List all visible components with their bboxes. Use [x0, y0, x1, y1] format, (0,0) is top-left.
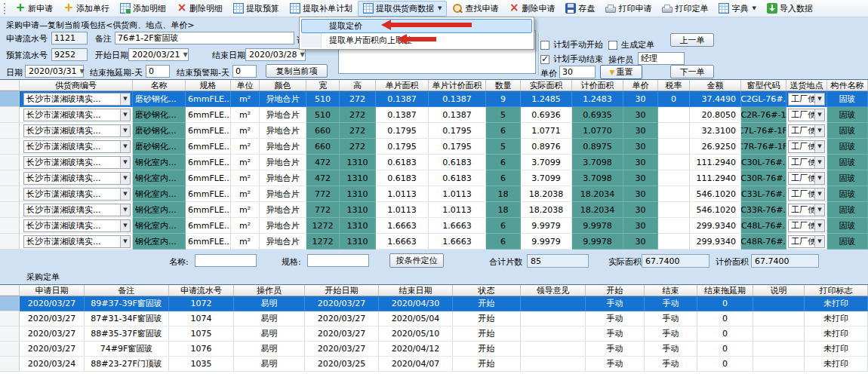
cell[interactable]: 1.6663 — [429, 218, 486, 234]
cell[interactable]: 手动 — [645, 357, 697, 372]
cell-dropdown[interactable]: 工厂使用▼ — [788, 109, 825, 121]
cell[interactable]: LC30R-76#... — [741, 170, 786, 186]
cell[interactable]: 88#35-37F窗固玻 — [85, 326, 169, 342]
cell[interactable]: 2020/04/12 — [379, 342, 453, 357]
cell[interactable]: 30 — [623, 218, 658, 234]
combo-cell[interactable]: 工厂使用▼ — [786, 218, 827, 234]
cell-dropdown[interactable]: 工厂使用▼ — [788, 188, 825, 201]
cell[interactable]: 18 — [486, 202, 521, 218]
cell[interactable] — [521, 357, 586, 372]
generate-order-checkbox[interactable]: 生成定单 — [608, 39, 654, 51]
cell[interactable]: 异地合片 — [260, 123, 306, 139]
cell[interactable]: 开始 — [453, 342, 521, 357]
row-selector[interactable] — [0, 234, 20, 250]
cell[interactable]: 手动 — [586, 311, 645, 326]
cell[interactable]: 磨砂钢化... — [133, 107, 186, 123]
cell[interactable]: 1.2483 — [572, 91, 623, 107]
cell[interactable] — [658, 234, 690, 250]
row-selector[interactable] — [0, 311, 20, 326]
row-selector[interactable] — [0, 218, 20, 234]
cell[interactable]: 手动 — [645, 342, 697, 357]
row-selector[interactable] — [0, 155, 20, 170]
cell[interactable]: 6mmFLE... — [186, 139, 231, 155]
row-selector[interactable] — [0, 202, 20, 218]
combo-cell[interactable]: 工厂使用▼ — [786, 234, 827, 250]
start-date-picker[interactable]: 2020/03/21▼ — [128, 48, 189, 61]
combo-cell[interactable]: 长沙市潇湘玻璃实...▼ — [20, 107, 133, 123]
cell[interactable]: 0 — [697, 311, 753, 326]
plan-manual-start-checkbox[interactable]: 计划手动开始 — [540, 39, 603, 51]
cell[interactable]: m² — [231, 202, 260, 218]
cell[interactable]: 772 — [306, 202, 340, 218]
combo-cell[interactable]: 长沙市潇湘玻璃实...▼ — [20, 155, 133, 170]
cell-dropdown[interactable]: 长沙市潇湘玻璃实...▼ — [23, 140, 131, 153]
cell-dropdown[interactable]: 工厂使用▼ — [788, 219, 825, 232]
cell[interactable]: 钢化室内... — [133, 218, 186, 234]
combo-cell[interactable]: 长沙市潇湘玻璃实...▼ — [20, 218, 133, 234]
cell[interactable]: 5 — [486, 107, 521, 123]
cell[interactable]: 0 — [697, 342, 753, 357]
cell[interactable]: 272 — [340, 91, 376, 107]
cell[interactable]: 2020/05/04 — [379, 311, 453, 326]
cell[interactable]: 546.1020 — [690, 186, 741, 202]
cell[interactable]: 开始 — [453, 311, 521, 326]
cell[interactable]: 固玻 — [827, 123, 868, 139]
locate-by-condition-button[interactable]: 按条件定位 — [389, 253, 444, 268]
cell[interactable] — [658, 218, 690, 234]
cell[interactable]: 6mmFLE... — [186, 91, 231, 107]
cell[interactable]: 30 — [623, 234, 658, 250]
toolbar-button-print-order[interactable]: 打印定单 — [657, 1, 713, 17]
cell[interactable] — [521, 311, 586, 326]
table-row[interactable]: 长沙市潇湘玻璃实...▼钢化室内...6mmFLE...m²异地合片772131… — [0, 186, 868, 202]
cell[interactable]: 固玻 — [827, 139, 868, 155]
table-row[interactable]: 长沙市潇湘玻璃实...▼钢化室内...6mmFLE...m²异地合片127213… — [0, 218, 868, 234]
cell[interactable]: 9.9978 — [572, 218, 623, 234]
combo-cell[interactable]: 长沙市潇湘玻璃实...▼ — [20, 123, 133, 139]
cell[interactable]: 1310 — [340, 155, 376, 170]
cell[interactable]: 18.2038 — [521, 202, 572, 218]
cell[interactable]: 9.9979 — [521, 218, 572, 234]
cell[interactable]: 固玻 — [827, 107, 868, 123]
cell[interactable]: 6mmFLE... — [186, 218, 231, 234]
table-row[interactable]: 长沙市潇湘玻璃实...▼磨砂钢化...6mmFLE...m²异地合片660272… — [0, 139, 868, 155]
cell[interactable]: 0.6935 — [572, 107, 623, 123]
cell[interactable]: 1.0771 — [521, 123, 572, 139]
next-order-button[interactable]: 下一单 — [670, 65, 714, 78]
cell-dropdown[interactable]: 工厂使用▼ — [788, 172, 825, 185]
cell[interactable]: 开始 — [453, 357, 521, 372]
cell[interactable]: 1310 — [340, 218, 376, 234]
cell[interactable]: 6mmFLE... — [186, 123, 231, 139]
unit-price-field[interactable]: 30 — [559, 66, 596, 78]
combo-cell[interactable]: 长沙市潇湘玻璃实...▼ — [20, 139, 133, 155]
cell[interactable]: 0.6183 — [376, 155, 429, 170]
combo-cell[interactable]: 工厂使用▼ — [786, 170, 827, 186]
cell-dropdown[interactable]: 长沙市潇湘玻璃实...▼ — [23, 156, 131, 169]
cell[interactable]: 手动 — [645, 296, 697, 311]
combo-cell[interactable]: 工厂使用▼ — [786, 91, 827, 107]
cell[interactable]: 易明 — [234, 311, 305, 326]
cell[interactable]: 0.6183 — [429, 155, 486, 170]
cell[interactable]: 37.4490 — [690, 91, 741, 107]
cell[interactable]: LC2GL-76#... — [741, 91, 786, 107]
cell[interactable]: LC2R-76#-1F — [741, 107, 786, 123]
cell[interactable]: 1.0770 — [572, 123, 623, 139]
cell[interactable]: 2020/04/30 — [379, 296, 453, 311]
cell[interactable]: 固玻 — [827, 218, 868, 234]
cell[interactable] — [521, 296, 586, 311]
end-delay-field[interactable]: 0 — [146, 65, 170, 78]
end-date-picker[interactable]: 2020/03/28▼ — [245, 48, 306, 61]
cell-dropdown[interactable]: 工厂使用▼ — [788, 204, 825, 216]
cell[interactable]: 1.0113 — [429, 186, 486, 202]
cell[interactable]: 异地合片 — [260, 91, 306, 107]
cell[interactable]: 0.1795 — [429, 139, 486, 155]
toolbar-button-delete-request[interactable]: 删除申请 — [503, 1, 560, 17]
cell[interactable]: m² — [231, 234, 260, 250]
cell[interactable]: 2020/03/27 — [305, 311, 379, 326]
cell[interactable]: LC48R-76#... — [741, 234, 786, 250]
cell[interactable]: m² — [231, 139, 260, 155]
cell[interactable]: 磨砂钢化... — [133, 123, 186, 139]
cell[interactable] — [658, 139, 690, 155]
cell[interactable]: m² — [231, 218, 260, 234]
cell[interactable]: 未打印 — [805, 326, 868, 342]
cell[interactable]: 1272 — [306, 218, 340, 234]
